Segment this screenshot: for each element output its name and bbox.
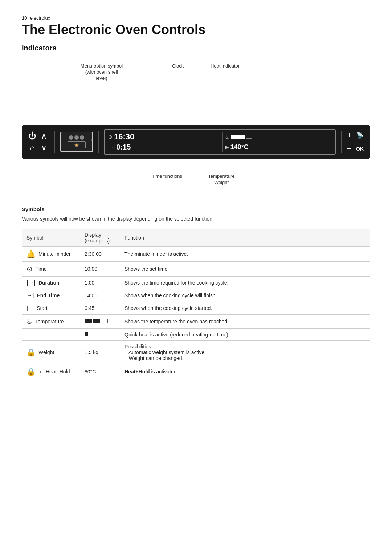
temp-display-icon: ♨	[225, 134, 230, 140]
home-icon[interactable]: ⌂	[28, 143, 36, 152]
oven-panel: ⏻ ∧ ⌂ ∨ 🍲	[22, 125, 370, 159]
symbol-name: End Time	[37, 293, 60, 298]
bar-filled-display	[85, 319, 108, 323]
symbol-name: Temperature	[35, 319, 64, 324]
function-cell: Heat+Hold is activated.	[120, 364, 370, 379]
clock-display-icon: ⊙	[108, 134, 113, 140]
panel-left-icons: ⏻ ∧ ⌂ ∨	[28, 131, 48, 152]
menu-symbol-box: 🍲	[60, 132, 93, 152]
central-display: ⊙ 16:30 ♨ |→| 0:15 ▶ 140°C	[104, 129, 336, 155]
symbol-cell: 🔒→ Heat+Hold	[22, 364, 80, 379]
label-menu: Menu option symbol (with oven shelf leve…	[80, 63, 123, 82]
temp-arrow-icon: ▶	[225, 144, 229, 150]
table-row: →| End Time 14:05 Shows when the cooking…	[22, 289, 370, 302]
ok-button[interactable]: OK	[356, 146, 364, 152]
vertical-divider	[354, 130, 354, 140]
function-cell: Shows the temperature the oven has reach…	[120, 315, 370, 329]
symbol-cell: 🔒 Weight	[22, 341, 80, 364]
symbol-cell: ♨ Temperature	[22, 315, 80, 329]
display-cell: 2:30:00	[80, 247, 120, 262]
symbols-section: Symbols Various symbols will now be show…	[22, 206, 370, 379]
start-icon: |→	[26, 305, 34, 311]
page-header: 10 electrolux	[22, 15, 370, 21]
symbol-cell: 🔔 Minute minder	[22, 247, 80, 262]
display-cell: 14:05	[80, 289, 120, 302]
function-cell: Shows the time required for the cooking …	[120, 277, 370, 289]
duration-icon: |→|	[26, 279, 36, 286]
bar-outline-2	[97, 332, 104, 336]
symbol-cell: |→ Start	[22, 302, 80, 315]
symbol-name: Minute minder	[38, 251, 71, 257]
col-header-function: Function	[120, 229, 370, 247]
function-cell: Shows when the cooking cycle will finish…	[120, 289, 370, 302]
symbol-name: Time	[36, 266, 47, 272]
symbol-name: Start	[37, 305, 48, 311]
weight-icon: 🔒	[26, 348, 36, 357]
display-cell: 1:00	[80, 277, 120, 289]
display-cell	[80, 315, 120, 329]
panel-divider-3	[341, 131, 342, 153]
power-icon[interactable]: ⏻	[28, 131, 36, 141]
table-row: 🔔 Minute minder 2:30:00 The minute minde…	[22, 247, 370, 262]
callout-lines	[22, 63, 370, 96]
plus-button[interactable]: +	[347, 130, 352, 140]
symbol-name: Duration	[38, 280, 60, 286]
brand-name: electrolux	[30, 15, 50, 21]
display-time: 16:30	[114, 132, 134, 142]
label-heat: Heat indicator	[207, 63, 243, 69]
display-temp-row: ♨	[222, 132, 332, 142]
function-cell: Shows when the cooking cycle started.	[120, 302, 370, 315]
bar-outline-1	[89, 332, 96, 336]
label-temperature: Temperature Weight	[203, 173, 240, 186]
function-cell: Shows the set time.	[120, 262, 370, 277]
symbol-cell: →| End Time	[22, 289, 80, 302]
function-cell: Quick heat is active (reduced heating-up…	[120, 329, 370, 341]
time-icon: ⊙	[26, 265, 33, 273]
up-icon[interactable]: ∧	[40, 131, 48, 141]
label-clock: Clock	[163, 63, 192, 69]
display-clock-row: ⊙ 16:30	[108, 132, 220, 142]
symbol-name: Heat+Hold	[46, 369, 70, 375]
symbols-desc: Various symbols will now be shown in the…	[22, 215, 370, 223]
display-cell: 1.5 kg	[80, 341, 120, 364]
heat-hold-icon: 🔒→	[26, 367, 43, 376]
display-temp: 140°C	[230, 143, 249, 151]
table-row: 🔒 Weight 1.5 kg Possibilities: – Automat…	[22, 341, 370, 364]
bar-block-1	[85, 319, 92, 323]
symbol-cell: ⊙ Time	[22, 262, 80, 277]
symbols-title: Symbols	[22, 206, 370, 212]
col-header-display: Display (examples)	[80, 229, 120, 247]
display-cell: 0:45	[80, 302, 120, 315]
bar-half-1	[85, 332, 88, 336]
table-row: 🔒→ Heat+Hold 80°C Heat+Hold is activated…	[22, 364, 370, 379]
label-time-functions: Time functions	[145, 173, 189, 180]
table-row: |→| Duration 1:00 Shows the time require…	[22, 277, 370, 289]
diagram-container: Menu option symbol (with oven shelf leve…	[22, 63, 370, 184]
table-row: Quick heat is active (reduced heating-up…	[22, 329, 370, 341]
thermometer-icon: ♨	[26, 318, 32, 326]
display-duration-row: |→| 0:15	[108, 142, 220, 152]
vertical-divider-2	[354, 143, 354, 154]
table-row: ⊙ Time 10:00 Shows the set time.	[22, 262, 370, 277]
bell-icon: 🔔	[26, 250, 36, 258]
panel-right-controls: + 📡 − OK	[347, 130, 364, 154]
page-number: 10	[22, 15, 27, 21]
callout-lines-below	[22, 159, 370, 184]
end-time-icon: →|	[26, 292, 34, 299]
minus-button[interactable]: −	[347, 144, 351, 154]
section-indicators: Indicators	[22, 44, 370, 52]
function-cell: The minute minder is active.	[120, 247, 370, 262]
duration-display-icon: |→|	[108, 144, 115, 150]
table-row: ♨ Temperature Shows the temperature the …	[22, 315, 370, 329]
temp-bar	[231, 135, 252, 139]
panel-divider-1	[54, 131, 55, 153]
display-cell: 10:00	[80, 262, 120, 277]
symbols-table: Symbol Display (examples) Function 🔔 Min…	[22, 229, 370, 379]
down-icon[interactable]: ∨	[40, 143, 48, 152]
function-cell: Possibilities: – Automatic weight system…	[120, 341, 370, 364]
display-sub-time: 0:15	[116, 143, 131, 151]
display-cell	[80, 329, 120, 341]
symbol-name: Weight	[38, 349, 54, 355]
col-header-symbol: Symbol	[22, 229, 80, 247]
table-row: |→ Start 0:45 Shows when the cooking cyc…	[22, 302, 370, 315]
